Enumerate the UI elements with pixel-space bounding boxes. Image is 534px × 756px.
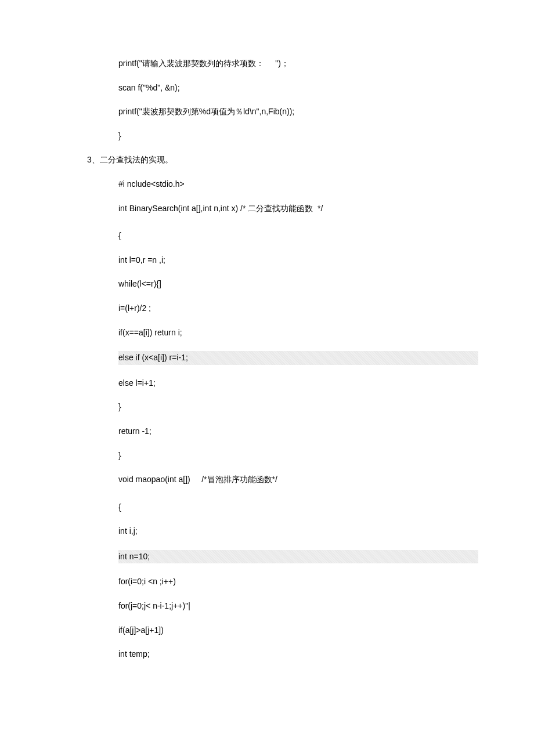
code-line: } <box>118 450 447 462</box>
code-line: return -1; <box>118 426 447 437</box>
code-line: { <box>118 230 447 242</box>
highlighted-line-wrapper: else if (x<a[i]) r=i-1; <box>118 351 447 365</box>
highlighted-line-wrapper: int n=10; <box>118 550 447 564</box>
code-line: } <box>118 401 447 413</box>
code-line: else l=i+1; <box>118 378 447 389</box>
code-line: i=(l+r)/2 ; <box>118 303 447 314</box>
code-line: int temp; <box>118 649 447 660</box>
document-page: printf("请输入裴波那契数列的待求项数： ")； scan f("%d",… <box>0 0 534 719</box>
code-line: printf("裴波那契数列第%d项值为％ld\n",n,Fib(n)); <box>118 106 447 118</box>
code-line: for(i=0;i <n ;i++) <box>118 576 447 588</box>
code-line: if(x==a[i]) return i; <box>118 327 447 339</box>
code-line: void maopao(int a[]) /*冒泡排序功能函数*/ <box>118 474 447 486</box>
code-line-highlighted: else if (x<a[i]) r=i-1; <box>118 351 478 365</box>
code-line: int i,j; <box>118 526 447 537</box>
code-line-highlighted: int n=10; <box>118 550 478 564</box>
section-heading: 3、二分查找法的实现。 <box>87 154 447 166</box>
code-line: #i nclude<stdio.h> <box>118 179 447 190</box>
code-line: printf("请输入裴波那契数列的待求项数： ")； <box>118 58 447 70</box>
code-line: scan f("%d", &n); <box>118 82 447 94</box>
code-line: } <box>118 131 447 142</box>
code-line: for(j=0;j< n-i-1;j++)"| <box>118 601 447 612</box>
code-line: int l=0,r =n ,i; <box>118 255 447 266</box>
code-line: int BinarySearch(int a[],int n,int x) /*… <box>118 203 447 215</box>
code-line: { <box>118 502 447 513</box>
code-line: while(l<=r){] <box>118 278 447 290</box>
code-line: if(a[j]>a[j+1]) <box>118 625 447 636</box>
